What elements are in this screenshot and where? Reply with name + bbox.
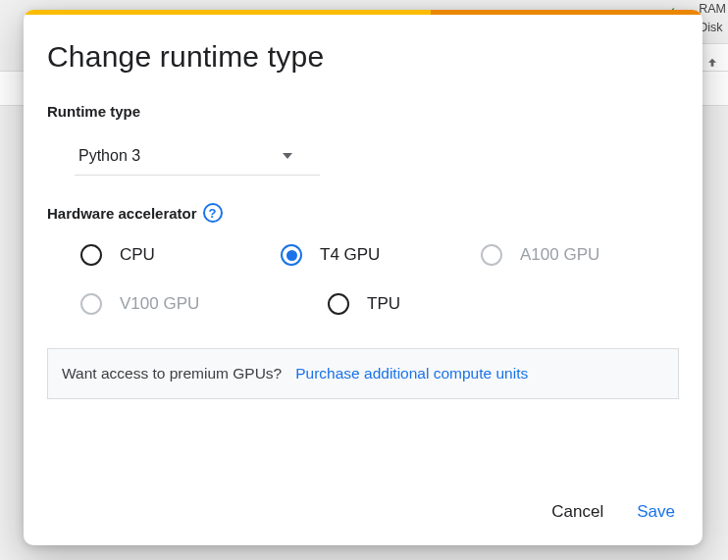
radio-icon: [328, 293, 349, 315]
disk-label: Disk: [699, 19, 726, 37]
ram-label: RAM: [699, 0, 726, 19]
radio-icon: [80, 244, 102, 266]
dialog-body: Change runtime type Runtime type Python …: [24, 15, 702, 484]
hardware-accel-label: Hardware accelerator ?: [47, 203, 679, 223]
radio-cpu[interactable]: CPU: [80, 244, 218, 266]
dialog-title: Change runtime type: [47, 40, 679, 74]
runtime-type-selected: Python 3: [78, 147, 140, 165]
change-runtime-dialog: Change runtime type Runtime type Python …: [24, 10, 702, 545]
radio-t4-gpu[interactable]: T4 GPU: [281, 244, 418, 266]
radio-icon: [481, 244, 502, 266]
help-icon[interactable]: ?: [203, 203, 223, 223]
cancel-button[interactable]: Cancel: [551, 502, 603, 522]
chevron-down-icon: [283, 153, 292, 159]
dialog-footer: Cancel Save: [24, 484, 702, 545]
runtime-type-label: Runtime type: [47, 103, 679, 120]
radio-label: A100 GPU: [520, 245, 599, 265]
promo-text: Want access to premium GPUs?: [62, 365, 282, 382]
radio-label: V100 GPU: [120, 294, 199, 314]
radio-v100-gpu: V100 GPU: [80, 293, 218, 315]
purchase-compute-link[interactable]: Purchase additional compute units: [295, 365, 528, 382]
runtime-type-select[interactable]: Python 3: [75, 137, 320, 176]
resource-meter: RAM Disk: [699, 0, 726, 37]
radio-label: T4 GPU: [320, 245, 380, 265]
premium-gpu-promo: Want access to premium GPUs? Purchase ad…: [47, 348, 679, 399]
radio-label: TPU: [367, 294, 400, 314]
save-button[interactable]: Save: [637, 502, 675, 522]
radio-a100-gpu: A100 GPU: [481, 244, 618, 266]
radio-icon: [281, 244, 302, 266]
radio-label: CPU: [120, 245, 155, 265]
upload-icon: [704, 56, 720, 72]
radio-tpu[interactable]: TPU: [328, 293, 465, 315]
radio-icon: [80, 293, 102, 315]
hardware-accel-radio-group: CPU T4 GPU A100 GPU V100 GPU T: [80, 244, 679, 315]
